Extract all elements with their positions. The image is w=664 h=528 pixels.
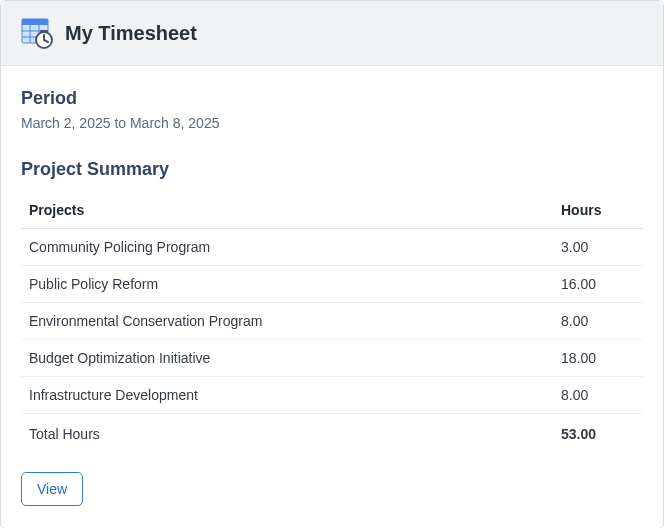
card-title: My Timesheet — [65, 22, 197, 45]
card-header: My Timesheet — [1, 1, 663, 66]
table-row: Infrastructure Development 8.00 — [21, 377, 643, 414]
timesheet-card: My Timesheet Period March 2, 2025 to Mar… — [0, 0, 664, 528]
table-row: Budget Optimization Initiative 18.00 — [21, 340, 643, 377]
project-summary-table: Projects Hours Community Policing Progra… — [21, 192, 643, 452]
period-heading: Period — [21, 88, 643, 109]
project-name: Community Policing Program — [21, 229, 553, 266]
column-header-hours: Hours — [553, 192, 643, 229]
column-header-projects: Projects — [21, 192, 553, 229]
timesheet-icon — [21, 17, 53, 49]
period-value: March 2, 2025 to March 8, 2025 — [21, 115, 643, 131]
total-label: Total Hours — [21, 414, 553, 453]
project-hours: 8.00 — [553, 303, 643, 340]
total-hours: 53.00 — [553, 414, 643, 453]
table-header-row: Projects Hours — [21, 192, 643, 229]
project-hours: 18.00 — [553, 340, 643, 377]
project-hours: 8.00 — [553, 377, 643, 414]
card-body: Period March 2, 2025 to March 8, 2025 Pr… — [1, 66, 663, 528]
table-row: Environmental Conservation Program 8.00 — [21, 303, 643, 340]
view-button[interactable]: View — [21, 472, 83, 506]
action-row: View — [21, 472, 643, 506]
project-name: Infrastructure Development — [21, 377, 553, 414]
total-row: Total Hours 53.00 — [21, 414, 643, 453]
project-name: Public Policy Reform — [21, 266, 553, 303]
project-hours: 3.00 — [553, 229, 643, 266]
table-row: Public Policy Reform 16.00 — [21, 266, 643, 303]
table-row: Community Policing Program 3.00 — [21, 229, 643, 266]
summary-heading: Project Summary — [21, 159, 643, 180]
project-name: Environmental Conservation Program — [21, 303, 553, 340]
svg-rect-1 — [22, 19, 48, 25]
svg-rect-7 — [40, 30, 48, 32]
project-hours: 16.00 — [553, 266, 643, 303]
project-name: Budget Optimization Initiative — [21, 340, 553, 377]
